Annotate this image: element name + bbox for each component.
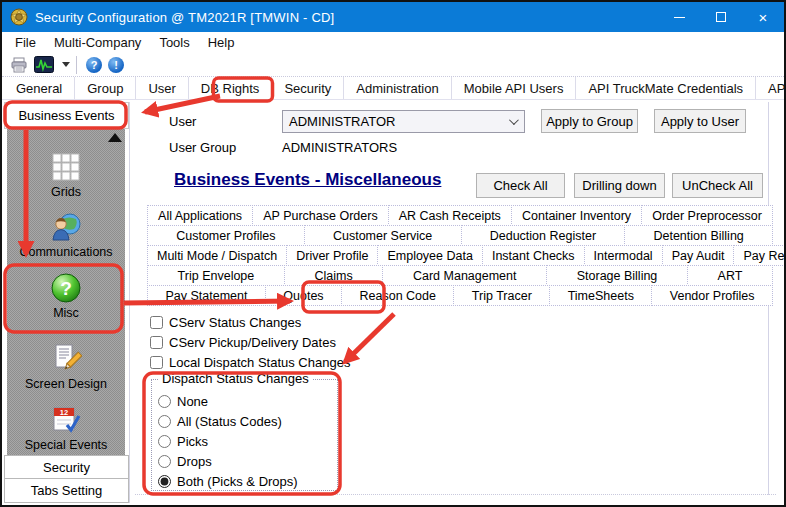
radio-drops[interactable]: Drops: [158, 452, 212, 470]
app-badge-icon: [10, 8, 28, 26]
category-ar-cash-receipts[interactable]: AR Cash Receipts: [388, 205, 512, 226]
category-pay-register[interactable]: Pay Register: [733, 245, 786, 266]
category-driver-profile[interactable]: Driver Profile: [286, 245, 378, 266]
menu-file[interactable]: File: [6, 35, 45, 50]
grids-icon: [50, 151, 82, 183]
radio-input[interactable]: [158, 475, 171, 488]
radio-label: Both (Picks & Drops): [177, 474, 298, 489]
category-container-inventory[interactable]: Container Inventory: [511, 205, 642, 226]
category-card-management[interactable]: Card Management: [382, 265, 547, 286]
svg-text:12: 12: [60, 408, 68, 417]
scroll-up-icon[interactable]: [108, 133, 122, 142]
user-select[interactable]: ADMINISTRATOR: [282, 110, 525, 133]
tab-user[interactable]: User: [136, 77, 188, 99]
tab-api-client-credentials[interactable]: API Client Credentials: [756, 77, 786, 99]
category-storage-billing[interactable]: Storage Billing: [546, 265, 688, 286]
category-intermodal[interactable]: Intermodal: [584, 245, 663, 266]
category-vendor-profiles[interactable]: Vendor Profiles: [651, 285, 773, 306]
menu-tools[interactable]: Tools: [150, 35, 198, 50]
category-art[interactable]: ART: [687, 265, 773, 286]
checkbox-input[interactable]: [150, 356, 163, 369]
radio-label: None: [177, 394, 208, 409]
svg-text:?: ?: [60, 278, 72, 299]
sidebar-item-grids[interactable]: Grids: [7, 151, 125, 199]
sidebar-item-label: Screen Design: [25, 377, 107, 391]
uncheck-all-button[interactable]: UnCheck All: [672, 173, 763, 198]
tab-administration[interactable]: Administration: [344, 77, 451, 99]
maximize-button[interactable]: [700, 2, 742, 32]
category-detention-billing[interactable]: Detention Billing: [624, 225, 773, 246]
user-select-value: ADMINISTRATOR: [289, 114, 395, 129]
category-quotes[interactable]: Quotes: [265, 285, 342, 306]
tab-api-truckmate-credentials[interactable]: API TruckMate Credentials: [576, 77, 756, 99]
tab-group[interactable]: Group: [75, 77, 136, 99]
category-reason-code[interactable]: Reason Code: [341, 285, 454, 306]
category-trip-tracer[interactable]: Trip Tracer: [453, 285, 550, 306]
radio-input[interactable]: [158, 455, 171, 468]
category-customer-service[interactable]: Customer Service: [304, 225, 462, 246]
category-timesheets[interactable]: TimeSheets: [549, 285, 652, 306]
radio-input[interactable]: [158, 435, 171, 448]
sidebar-item-screen-design[interactable]: Screen Design: [7, 343, 125, 391]
radio-both-picks-drops[interactable]: Both (Picks & Drops): [158, 472, 298, 490]
category-instant-checks[interactable]: Instant Checks: [482, 245, 585, 266]
category-deduction-register[interactable]: Deduction Register: [461, 225, 626, 246]
drilling-down-button[interactable]: Drilling down: [574, 173, 665, 198]
page-title: Business Events - Miscellaneous: [174, 170, 441, 190]
checkbox-input[interactable]: [150, 336, 163, 349]
business-events-header: Business Events: [4, 102, 129, 129]
sidebar: Business Events Grids: [4, 102, 130, 503]
sidebar-footer-security[interactable]: Security: [4, 455, 129, 479]
misc-icon: ?: [50, 272, 82, 304]
sidebar-item-special-events[interactable]: 12 Special Events: [7, 404, 125, 452]
category-pay-statement[interactable]: Pay Statement: [147, 285, 266, 306]
category-all-applications[interactable]: All Applications: [147, 205, 253, 226]
minimize-button[interactable]: [658, 2, 700, 32]
checkbox-cserv-status-changes[interactable]: CServ Status Changes: [150, 313, 301, 331]
sidebar-item-communications[interactable]: Communications: [7, 211, 125, 259]
category-multi-mode-dispatch[interactable]: Multi Mode / Dispatch: [147, 245, 287, 266]
toolbar: ? !: [2, 53, 784, 77]
checkbox-cserv-pickup-delivery-dates[interactable]: CServ Pickup/Delivery Dates: [150, 333, 336, 351]
category-customer-profiles[interactable]: Customer Profiles: [147, 225, 305, 246]
sidebar-footer-tabs-setting[interactable]: Tabs Setting: [4, 479, 129, 503]
sidebar-item-misc[interactable]: ? Misc: [7, 272, 125, 320]
category-pay-audit[interactable]: Pay Audit: [662, 245, 735, 266]
security-configuration-window: Security Configuration @ TM2021R [TMWIN …: [0, 0, 786, 507]
category-claims[interactable]: Claims: [284, 265, 383, 286]
tm-monitor-icon[interactable]: [34, 56, 54, 73]
category-employee-data[interactable]: Employee Data: [377, 245, 482, 266]
close-button[interactable]: ×: [742, 2, 784, 32]
dispatch-status-group: Dispatch Status Changes None All (Status…: [151, 379, 338, 491]
menu-multi-company[interactable]: Multi-Company: [45, 35, 150, 50]
apply-to-group-button[interactable]: Apply to Group: [541, 109, 638, 133]
help-icon[interactable]: ?: [86, 57, 102, 73]
window-title: Security Configuration @ TM2021R [TMWIN …: [35, 10, 334, 25]
dropdown-arrow-icon[interactable]: [62, 62, 70, 67]
radio-picks[interactable]: Picks: [158, 432, 208, 450]
top-tab-bar: General Group User DB Rights Security Ad…: [2, 77, 784, 100]
radio-all-status-codes[interactable]: All (Status Codes): [158, 412, 282, 430]
category-ap-purchase-orders[interactable]: AP Purchase Orders: [252, 205, 389, 226]
printer-icon[interactable]: [10, 57, 28, 73]
user-group-label: User Group: [169, 140, 236, 155]
tab-mobile-api-users[interactable]: Mobile API Users: [452, 77, 577, 99]
tab-db-rights[interactable]: DB Rights: [189, 77, 273, 99]
tab-security[interactable]: Security: [272, 77, 344, 99]
tab-general[interactable]: General: [4, 77, 75, 99]
category-trip-envelope[interactable]: Trip Envelope: [147, 265, 285, 286]
radio-none[interactable]: None: [158, 392, 208, 410]
checkbox-local-dispatch-status-changes[interactable]: Local Dispatch Status Changes: [150, 353, 350, 371]
checkbox-input[interactable]: [150, 316, 163, 329]
info-icon[interactable]: !: [108, 57, 124, 73]
apply-to-user-button[interactable]: Apply to User: [654, 109, 746, 133]
category-order-preprocessor[interactable]: Order Preprocessor: [641, 205, 773, 226]
category-grid: All Applications AP Purchase Orders AR C…: [147, 205, 773, 306]
menu-help[interactable]: Help: [199, 35, 244, 50]
checkbox-label: CServ Status Changes: [169, 315, 301, 330]
sidebar-item-label: Special Events: [25, 438, 108, 452]
radio-label: Picks: [177, 434, 208, 449]
radio-input[interactable]: [158, 395, 171, 408]
check-all-button[interactable]: Check All: [476, 173, 565, 198]
radio-input[interactable]: [158, 415, 171, 428]
